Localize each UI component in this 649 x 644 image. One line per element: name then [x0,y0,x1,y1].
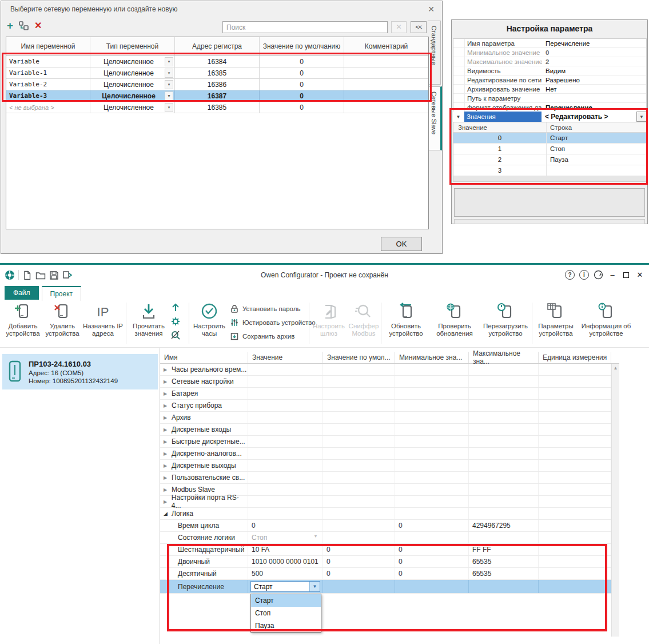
property-value[interactable]: 0 [542,49,646,56]
set-clock-button[interactable]: Настроитьчасы [191,301,228,337]
table-row[interactable]: Variable-2 Целочисленное ▾ 16386 0 [6,79,428,90]
values-edit-value[interactable]: < Редактировать > [542,112,636,122]
expand-arrow-icon[interactable] [164,499,172,504]
parameter-group-row[interactable]: Пользовательские св... [160,472,619,484]
variable-type-cell[interactable]: Целочисленное ▾ [90,79,175,90]
chevron-down-icon[interactable]: ▼ [309,582,320,591]
parameter-row-cycle-time[interactable]: Время цикла 0 0 4294967295 [160,520,619,532]
chevron-down-icon[interactable]: ▾ [165,57,173,66]
enum-value-cell[interactable]: 3 [453,165,547,176]
chevron-down-icon[interactable]: ▾ [165,69,173,78]
parameter-row-logic-state[interactable]: Состояние логики Стоп▼ [160,532,619,544]
parameter-group-row[interactable]: Архив [160,412,619,424]
comment-cell[interactable] [344,79,428,90]
register-address-cell[interactable]: 16384 [175,56,260,67]
property-row[interactable]: Минимальное значение 0 [453,48,646,57]
set-password-button[interactable]: Установить пароль [230,304,300,313]
property-row[interactable]: Видимость Видим [453,66,646,75]
property-value[interactable]: Видим [542,67,646,74]
expand-arrow-icon[interactable] [164,391,172,396]
variable-type-cell[interactable]: Целочисленное ▾ [90,67,175,78]
expand-arrow-icon[interactable] [164,403,172,408]
col-header[interactable]: Имя [160,352,248,363]
parameter-group-row[interactable]: Часы реального врем... [160,364,619,376]
enum-string-cell[interactable]: Пауза [547,154,646,165]
device-list-item[interactable]: ПР103-24.1610.03 Адрес: 16 (COM5) Номер:… [2,354,158,389]
expand-arrow-icon[interactable] [164,439,172,444]
expand-arrow-icon[interactable] [164,427,172,432]
device-params-button[interactable]: Параметрыустройства [534,301,578,337]
variable-name-cell[interactable]: < не выбрана > [6,102,90,113]
default-value-cell[interactable]: 0 [260,90,344,101]
property-value[interactable]: Перечисление [542,104,646,111]
chevron-down-icon[interactable]: ▾ [165,103,173,112]
close-button[interactable]: ✕ [635,271,644,279]
table-row[interactable]: Variable-3 Целочисленное ▾ 16387 0 [6,90,428,102]
col-header[interactable]: Минимальное зна... [395,352,469,363]
calibrate-device-button[interactable]: Юстировать устройство [230,318,316,327]
property-value[interactable]: Перечисление [542,40,646,47]
enum-value-row[interactable]: 0 Старт [453,133,646,144]
parameter-group-row[interactable]: Батарея [160,388,619,400]
dropdown-item[interactable]: Стоп [251,607,321,619]
expand-arrow-icon[interactable] [164,367,172,372]
register-address-cell[interactable]: 16385 [175,102,260,113]
col-header[interactable]: Значение по умол... [323,352,395,363]
default-value-cell[interactable]: 0 [260,79,344,90]
scroll-up-icon[interactable]: ▲ [612,364,619,372]
parameter-group-row[interactable]: Настройки порта RS-4... [160,496,619,508]
reboot-device-button[interactable]: Перезагрузитьустройство [480,301,531,337]
update-icon[interactable] [594,270,603,280]
tab-project[interactable]: Проект [42,286,82,301]
table-row[interactable]: Variable Целочисленное ▾ 16384 0 [6,56,428,67]
values-property-row[interactable]: ▼ Значения < Редактировать > ▼ [453,112,647,122]
table-row[interactable]: Variable-1 Целочисленное ▾ 16385 0 [6,67,428,79]
parameter-group-row[interactable]: Дискретно-аналогов... [160,448,619,460]
remove-device-button[interactable]: Удалитьустройства [43,301,81,337]
chevron-down-icon[interactable]: ▼ [453,112,464,122]
default-value-cell[interactable]: 0 [260,67,344,78]
info-icon[interactable]: i [579,270,589,280]
save-archive-button[interactable]: Сохранить архив [230,332,294,341]
add-device-button[interactable]: Добавитьустройства [3,301,42,337]
side-tab[interactable]: Стандартные [428,21,441,85]
variable-name-cell[interactable]: Variable-1 [6,67,90,78]
variable-type-cell[interactable]: Целочисленное ▾ [90,90,175,101]
collapse-button[interactable]: << [411,21,427,33]
table-row[interactable]: < не выбрана > Целочисленное ▾ 16385 0 [6,102,428,113]
chevron-down-icon[interactable]: ▼ [636,112,647,122]
expand-arrow-icon[interactable] [164,475,172,480]
parameter-row-enum[interactable]: Перечисление Старт ▼ [160,580,619,594]
property-value[interactable]: Разрешено [542,77,646,84]
parameter-group-row[interactable]: Статус прибора [160,400,619,412]
property-value[interactable]: 2 [542,58,646,65]
assign-ip-button[interactable]: IP Назначить IPадреса [82,301,124,337]
parameter-group-row[interactable]: Логика [160,508,619,520]
enum-string-cell[interactable]: Стоп [547,144,646,154]
write-values-icon[interactable] [170,303,181,313]
device-info-button[interactable]: Информация обустройстве [579,301,634,337]
property-row[interactable]: Имя параметра Перечисление [453,39,646,48]
enum-value-row[interactable]: 2 Пауза [453,154,646,165]
enum-string-cell[interactable]: Старт [547,133,646,143]
chevron-down-icon[interactable]: ▾ [165,92,173,101]
expand-arrow-icon[interactable] [164,511,172,516]
enum-value-cell[interactable]: 0 [453,133,547,143]
update-device-button[interactable]: Обновитьустройство [383,301,429,337]
read-values-button[interactable]: Прочитатьзначения [128,301,169,337]
variable-name-cell[interactable]: Variable-3 [6,90,90,101]
default-value-cell[interactable]: 0 [260,56,344,67]
property-row[interactable]: Редактирование по сети Разрешено [453,75,646,85]
register-address-cell[interactable]: 16385 [175,67,260,78]
enum-value-cell[interactable]: 1 [453,144,547,154]
parameter-row-decimal[interactable]: Десятичный 500 0 0 65535 [160,568,619,580]
tab-file[interactable]: Файл [5,286,39,300]
register-address-cell[interactable]: 16386 [175,79,260,90]
variable-name-cell[interactable]: Variable [6,56,90,67]
variable-name-cell[interactable]: Variable-2 [6,79,90,90]
enum-value-row[interactable]: 3 [453,165,646,176]
variable-type-cell[interactable]: Целочисленное ▾ [90,102,175,113]
minimize-button[interactable]: – [608,271,617,279]
side-tab[interactable]: Сетевые Slave [428,86,442,150]
comment-cell[interactable] [344,67,428,78]
